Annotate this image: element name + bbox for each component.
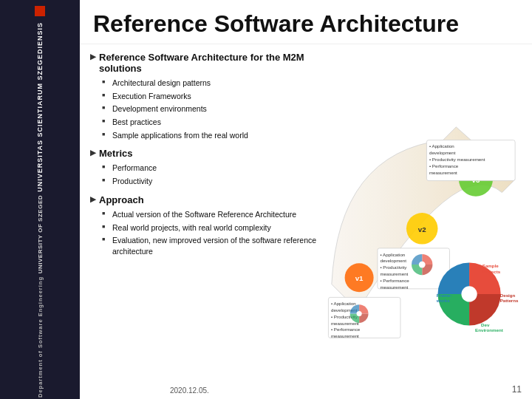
svg-point-43 bbox=[419, 262, 426, 268]
metrics-label: Metrics bbox=[99, 148, 133, 159]
approach-bullet-2: Real world projects, with real world com… bbox=[102, 222, 318, 233]
svg-text:development: development bbox=[429, 150, 456, 155]
sidebar-top: UNIVERSITAS SCIENTIARUM SZEGEDIENSIS UNI… bbox=[18, 6, 62, 399]
main-section-label: Reference Software Architecture for the … bbox=[99, 52, 318, 74]
university-of: UNIVERSITY OF SZEGED bbox=[37, 195, 44, 273]
svg-text:• Application: • Application bbox=[331, 301, 356, 306]
main-section-header: Reference Software Architecture for the … bbox=[90, 52, 318, 74]
svg-text:v2: v2 bbox=[418, 225, 426, 233]
svg-text:measurement: measurement bbox=[429, 170, 457, 175]
page-number: 11 bbox=[512, 384, 522, 395]
svg-text:• Performance: • Performance bbox=[380, 278, 409, 283]
approach-bullet-3: Evaluation, new improved version of the … bbox=[102, 235, 318, 256]
svg-point-33 bbox=[461, 286, 477, 301]
bullet-item-4: Best practices bbox=[102, 117, 318, 128]
svg-text:• Application: • Application bbox=[429, 143, 454, 149]
bullet-item-3: Development environments bbox=[102, 103, 318, 115]
svg-text:v1: v1 bbox=[355, 274, 364, 282]
svg-text:Design: Design bbox=[500, 293, 516, 298]
svg-text:Sample: Sample bbox=[482, 263, 499, 268]
svg-text:development: development bbox=[380, 258, 406, 263]
architecture-diagram: v1 • Application development • Productiv… bbox=[325, 52, 522, 386]
main-section-block: Reference Software Architecture for the … bbox=[90, 52, 318, 140]
svg-text:• Performance: • Performance bbox=[331, 327, 361, 332]
bullet-item-5: Sample applications from the real world bbox=[102, 130, 318, 141]
svg-text:measurement: measurement bbox=[331, 333, 359, 338]
bullet-item-2: Execution Frameworks bbox=[102, 91, 318, 102]
metrics-section-header: Metrics bbox=[90, 148, 318, 159]
svg-text:• Application: • Application bbox=[380, 252, 405, 257]
approach-section-header: Approach bbox=[90, 194, 318, 205]
svg-text:Environment: Environment bbox=[475, 327, 503, 332]
svg-point-42 bbox=[357, 311, 362, 316]
footer-date: 2020.12.05. bbox=[160, 386, 209, 395]
svg-text:measurement: measurement bbox=[380, 284, 408, 290]
right-column-diagram: v1 • Application development • Productiv… bbox=[325, 52, 522, 386]
red-square-icon bbox=[35, 6, 45, 16]
metrics-section-block: Metrics Performance Productivity bbox=[90, 148, 318, 186]
metrics-bullet-1: Performance bbox=[102, 163, 318, 174]
main-bullet-list: Architectural design patterns Execution … bbox=[102, 78, 318, 140]
svg-text:• Performance: • Performance bbox=[429, 163, 459, 168]
svg-text:works: works bbox=[436, 298, 450, 303]
svg-text:measurement: measurement bbox=[380, 271, 408, 276]
svg-text:Projects: Projects bbox=[482, 269, 501, 274]
approach-label: Approach bbox=[99, 194, 144, 205]
bullet-item-1: Architectural design patterns bbox=[102, 78, 318, 89]
sidebar: UNIVERSITAS SCIENTIARUM SZEGEDIENSIS UNI… bbox=[0, 0, 80, 399]
dept-name: Department of Software Engineering bbox=[37, 276, 44, 398]
svg-text:• Productivity measurement: • Productivity measurement bbox=[429, 157, 485, 162]
main-content: Reference Software Architecture Referenc… bbox=[80, 0, 532, 399]
svg-text:Dev: Dev bbox=[481, 322, 490, 327]
content-area: Reference Software Architecture for the … bbox=[80, 44, 532, 393]
metrics-bullet-list: Performance Productivity bbox=[102, 163, 318, 186]
approach-bullet-list: Actual version of the Software Reference… bbox=[102, 209, 318, 257]
university-name: UNIVERSITAS SCIENTIARUM SZEGEDIENSIS bbox=[36, 22, 44, 192]
svg-text:• Productivity: • Productivity bbox=[380, 265, 407, 270]
left-column: Reference Software Architecture for the … bbox=[90, 52, 318, 386]
date-label: 2020.12.05. bbox=[170, 386, 209, 395]
approach-bullet-1: Actual version of the Software Reference… bbox=[102, 209, 318, 220]
metrics-bullet-2: Productivity bbox=[102, 176, 318, 187]
approach-section-block: Approach Actual version of the Software … bbox=[90, 194, 318, 257]
svg-text:Frame-: Frame- bbox=[437, 293, 452, 298]
page-title: Reference Software Architecture bbox=[93, 10, 519, 38]
svg-text:Patterns: Patterns bbox=[500, 298, 519, 303]
title-bar: Reference Software Architecture bbox=[80, 0, 532, 44]
